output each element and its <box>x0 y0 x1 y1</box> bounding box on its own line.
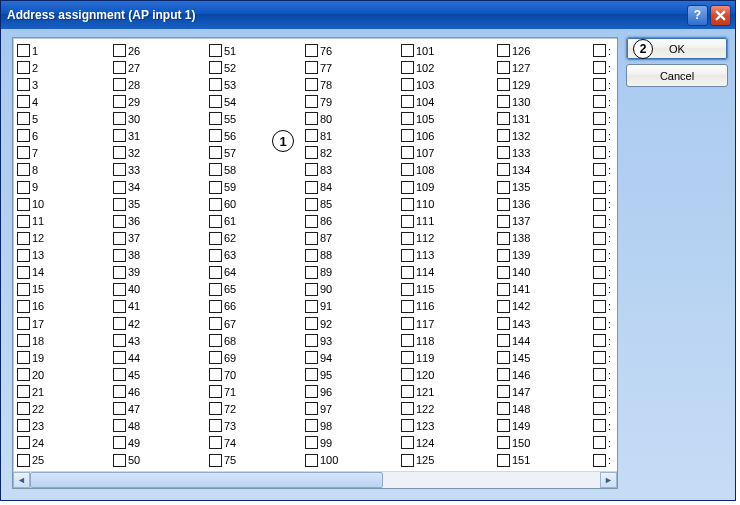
address-item[interactable]: 91 <box>305 298 401 315</box>
address-checkbox[interactable] <box>593 436 606 449</box>
address-checkbox[interactable] <box>593 61 606 74</box>
address-checkbox[interactable] <box>401 78 414 91</box>
address-checkbox[interactable] <box>497 163 510 176</box>
scroll-left-button[interactable]: ◄ <box>13 472 30 488</box>
address-item[interactable]: 111 <box>401 213 497 230</box>
address-item[interactable]: 140 <box>497 264 593 281</box>
address-item[interactable]: 106 <box>401 127 497 144</box>
address-checkbox[interactable] <box>209 385 222 398</box>
address-checkbox[interactable] <box>593 317 606 330</box>
address-checkbox[interactable] <box>401 385 414 398</box>
address-checkbox[interactable] <box>17 112 30 125</box>
address-checkbox[interactable] <box>305 351 318 364</box>
address-item[interactable]: 86 <box>305 213 401 230</box>
address-checkbox[interactable] <box>401 215 414 228</box>
address-checkbox[interactable] <box>17 44 30 57</box>
address-item[interactable]: 66 <box>209 298 305 315</box>
address-checkbox[interactable] <box>401 112 414 125</box>
address-checkbox[interactable] <box>113 44 126 57</box>
address-checkbox[interactable] <box>209 300 222 313</box>
address-item[interactable]: : <box>593 196 613 213</box>
address-item[interactable]: : <box>593 213 613 230</box>
address-checkbox[interactable] <box>305 454 318 467</box>
address-checkbox[interactable] <box>209 232 222 245</box>
address-checkbox[interactable] <box>497 61 510 74</box>
address-checkbox[interactable] <box>113 300 126 313</box>
address-checkbox[interactable] <box>497 419 510 432</box>
address-item[interactable]: 82 <box>305 144 401 161</box>
address-item[interactable]: 60 <box>209 196 305 213</box>
address-item[interactable]: : <box>593 298 613 315</box>
address-item[interactable]: 25 <box>17 452 113 469</box>
address-item[interactable]: 5 <box>17 110 113 127</box>
address-item[interactable]: 50 <box>113 452 209 469</box>
address-item[interactable]: 10 <box>17 196 113 213</box>
address-item[interactable]: 48 <box>113 417 209 434</box>
address-checkbox[interactable] <box>17 61 30 74</box>
address-item[interactable]: 104 <box>401 93 497 110</box>
address-checkbox[interactable] <box>593 300 606 313</box>
address-item[interactable]: 54 <box>209 93 305 110</box>
address-item[interactable]: : <box>593 264 613 281</box>
address-checkbox[interactable] <box>209 266 222 279</box>
address-checkbox[interactable] <box>17 385 30 398</box>
address-checkbox[interactable] <box>593 44 606 57</box>
address-item[interactable]: : <box>593 417 613 434</box>
address-item[interactable]: 75 <box>209 452 305 469</box>
address-item[interactable]: 148 <box>497 400 593 417</box>
address-item[interactable]: 6 <box>17 127 113 144</box>
address-item[interactable]: 71 <box>209 383 305 400</box>
address-checkbox[interactable] <box>305 112 318 125</box>
address-checkbox[interactable] <box>113 249 126 262</box>
address-item[interactable]: 24 <box>17 434 113 451</box>
address-item[interactable]: : <box>593 42 613 59</box>
address-checkbox[interactable] <box>593 266 606 279</box>
address-item[interactable]: 59 <box>209 179 305 196</box>
address-checkbox[interactable] <box>401 351 414 364</box>
address-checkbox[interactable] <box>305 95 318 108</box>
address-checkbox[interactable] <box>209 146 222 159</box>
address-checkbox[interactable] <box>17 146 30 159</box>
address-checkbox[interactable] <box>497 283 510 296</box>
address-item[interactable]: 39 <box>113 264 209 281</box>
address-checkbox[interactable] <box>17 266 30 279</box>
address-item[interactable]: 141 <box>497 281 593 298</box>
address-item[interactable]: 31 <box>113 127 209 144</box>
address-checkbox[interactable] <box>305 317 318 330</box>
address-item[interactable]: 146 <box>497 366 593 383</box>
address-checkbox[interactable] <box>593 351 606 364</box>
address-checkbox[interactable] <box>401 454 414 467</box>
address-item[interactable]: : <box>593 247 613 264</box>
address-item[interactable]: 45 <box>113 366 209 383</box>
address-item[interactable]: 61 <box>209 213 305 230</box>
address-checkbox[interactable] <box>209 317 222 330</box>
address-item[interactable]: 37 <box>113 230 209 247</box>
address-item[interactable]: 9 <box>17 179 113 196</box>
address-checkbox[interactable] <box>305 334 318 347</box>
address-item[interactable]: : <box>593 400 613 417</box>
address-item[interactable]: 15 <box>17 281 113 298</box>
address-item[interactable]: 124 <box>401 434 497 451</box>
address-item[interactable]: 123 <box>401 417 497 434</box>
address-item[interactable]: 30 <box>113 110 209 127</box>
address-item[interactable]: 20 <box>17 366 113 383</box>
address-checkbox[interactable] <box>593 419 606 432</box>
address-item[interactable]: 129 <box>497 76 593 93</box>
address-item[interactable]: 78 <box>305 76 401 93</box>
address-item[interactable]: : <box>593 127 613 144</box>
address-item[interactable]: 145 <box>497 349 593 366</box>
address-checkbox[interactable] <box>17 317 30 330</box>
address-item[interactable]: 53 <box>209 76 305 93</box>
address-checkbox[interactable] <box>305 249 318 262</box>
address-checkbox[interactable] <box>113 95 126 108</box>
address-checkbox[interactable] <box>497 436 510 449</box>
address-item[interactable]: 34 <box>113 179 209 196</box>
address-checkbox[interactable] <box>17 351 30 364</box>
address-checkbox[interactable] <box>593 181 606 194</box>
address-item[interactable]: 101 <box>401 42 497 59</box>
address-checkbox[interactable] <box>497 215 510 228</box>
address-item[interactable]: 113 <box>401 247 497 264</box>
address-item[interactable]: 7 <box>17 144 113 161</box>
address-checkbox[interactable] <box>401 317 414 330</box>
address-item[interactable]: 40 <box>113 281 209 298</box>
